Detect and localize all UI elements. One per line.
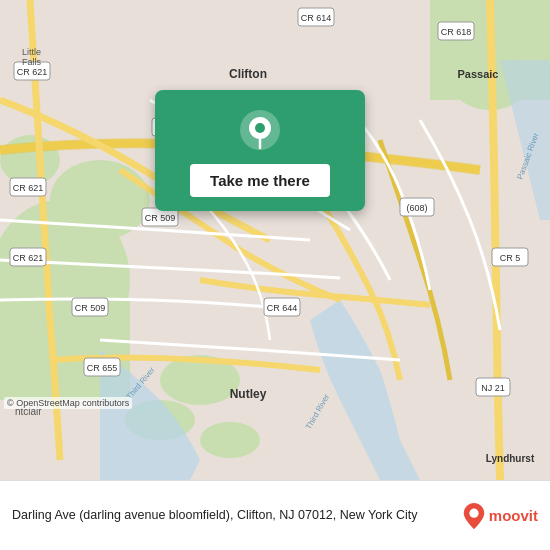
svg-text:CR 5: CR 5: [500, 253, 521, 263]
moovit-label: moovit: [489, 507, 538, 524]
svg-point-48: [255, 123, 265, 133]
svg-text:(608): (608): [406, 203, 427, 213]
svg-text:CR 509: CR 509: [75, 303, 106, 313]
moovit-logo: moovit: [463, 503, 538, 529]
svg-text:Little: Little: [22, 47, 41, 57]
take-me-there-button[interactable]: Take me there: [190, 164, 330, 197]
info-bar: Darling Ave (darling avenue bloomfield),…: [0, 480, 550, 550]
svg-text:CR 614: CR 614: [301, 13, 332, 23]
svg-text:CR 621: CR 621: [13, 253, 44, 263]
svg-text:Passaic: Passaic: [458, 68, 499, 80]
svg-text:CR 509: CR 509: [145, 213, 176, 223]
address-text: Darling Ave (darling avenue bloomfield),…: [12, 507, 453, 525]
svg-text:CR 618: CR 618: [441, 27, 472, 37]
svg-text:Falls: Falls: [22, 57, 42, 67]
moovit-pin-icon: [463, 503, 485, 529]
svg-text:CR 621: CR 621: [13, 183, 44, 193]
svg-text:Nutley: Nutley: [230, 387, 267, 401]
svg-text:Lyndhurst: Lyndhurst: [486, 453, 535, 464]
svg-point-49: [469, 508, 478, 517]
location-card: Take me there: [155, 90, 365, 211]
map-container: CR 614 CR 621 CR 618 NJ 3 CR 621 CR 509 …: [0, 0, 550, 480]
svg-point-7: [200, 422, 260, 458]
location-pin-icon: [238, 108, 282, 152]
map-attribution: © OpenStreetMap contributors: [4, 397, 132, 409]
svg-text:NJ 21: NJ 21: [481, 383, 505, 393]
svg-text:CR 655: CR 655: [87, 363, 118, 373]
svg-text:Clifton: Clifton: [229, 67, 267, 81]
svg-text:CR 621: CR 621: [17, 67, 48, 77]
svg-text:CR 644: CR 644: [267, 303, 298, 313]
